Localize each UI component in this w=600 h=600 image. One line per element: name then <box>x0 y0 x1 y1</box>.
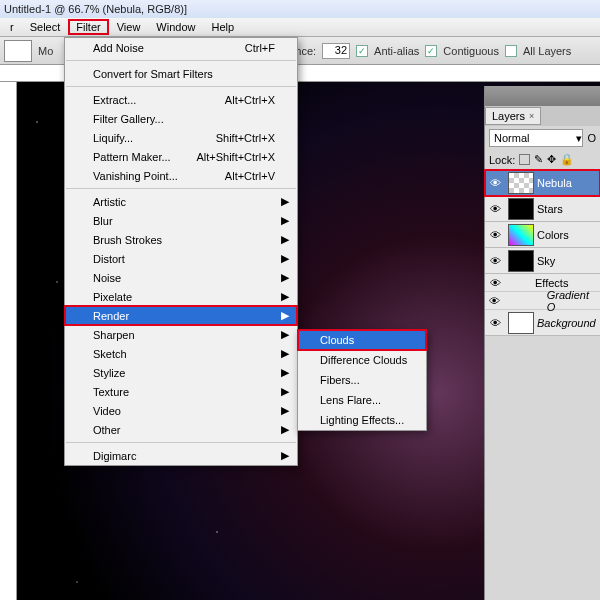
layer-row[interactable]: 👁Sky <box>485 248 600 274</box>
blend-mode-select[interactable]: Normal▾ <box>489 129 583 147</box>
contiguous-label: Contiguous <box>443 45 499 57</box>
menuitem-clouds[interactable]: Clouds <box>298 330 426 350</box>
menuitem-filtergallery[interactable]: Filter Gallery... <box>65 109 297 128</box>
submenu-arrow-icon: ▶ <box>281 290 289 303</box>
visibility-eye-icon[interactable]: 👁 <box>485 255 505 267</box>
filter-menu-dropdown: Add NoiseCtrl+FConvert for Smart Filters… <box>64 37 298 466</box>
tool-preset-swatch[interactable] <box>4 40 32 62</box>
vertical-ruler <box>0 82 17 600</box>
menuitem-distort[interactable]: Distort▶ <box>65 249 297 268</box>
menuitem-liquify[interactable]: Liquify...Shift+Ctrl+X <box>65 128 297 147</box>
visibility-eye-icon[interactable]: 👁 <box>485 177 505 189</box>
antialias-label: Anti-alias <box>374 45 419 57</box>
menu-filter[interactable]: Filter <box>68 19 108 35</box>
visibility-eye-icon[interactable]: 👁 <box>485 295 505 307</box>
submenu-arrow-icon: ▶ <box>281 233 289 246</box>
menuitem-lightingeffects[interactable]: Lighting Effects... <box>298 410 426 430</box>
menuitem-fibers[interactable]: Fibers... <box>298 370 426 390</box>
submenu-arrow-icon: ▶ <box>281 252 289 265</box>
menuitem-stylize[interactable]: Stylize▶ <box>65 363 297 382</box>
lock-all-icon[interactable]: 🔒 <box>560 153 574 166</box>
lock-transparency-icon[interactable] <box>519 154 530 165</box>
menuitem-brushstrokes[interactable]: Brush Strokes▶ <box>65 230 297 249</box>
menuitem-artistic[interactable]: Artistic▶ <box>65 192 297 211</box>
menuitem-digimarc[interactable]: Digimarc▶ <box>65 446 297 465</box>
panel-strip <box>485 86 600 106</box>
mode-label: Mo <box>38 45 53 57</box>
submenu-arrow-icon: ▶ <box>281 404 289 417</box>
submenu-arrow-icon: ▶ <box>281 385 289 398</box>
menuitem-noise[interactable]: Noise▶ <box>65 268 297 287</box>
fx-item-row[interactable]: 👁Gradient O <box>485 292 600 310</box>
layers-list: 👁Nebula👁Stars👁Colors👁Sky👁Effects👁Gradien… <box>485 170 600 336</box>
layer-row[interactable]: 👁Background <box>485 310 600 336</box>
lock-brush-icon[interactable]: ✎ <box>534 153 543 166</box>
menu-r[interactable]: r <box>2 19 22 35</box>
visibility-eye-icon[interactable]: 👁 <box>485 203 505 215</box>
menuitem-texture[interactable]: Texture▶ <box>65 382 297 401</box>
submenu-arrow-icon: ▶ <box>281 195 289 208</box>
menuitem-convertforsmartfilters[interactable]: Convert for Smart Filters <box>65 64 297 83</box>
menuitem-render[interactable]: Render▶ <box>65 306 297 325</box>
render-submenu: CloudsDifference CloudsFibers...Lens Fla… <box>297 329 427 431</box>
menu-help[interactable]: Help <box>203 19 242 35</box>
layer-row[interactable]: 👁Colors <box>485 222 600 248</box>
separator <box>66 442 296 443</box>
panel-tabs: Layers× <box>485 106 600 126</box>
submenu-arrow-icon: ▶ <box>281 271 289 284</box>
visibility-eye-icon[interactable]: 👁 <box>485 277 505 289</box>
menubar: rSelectFilterViewWindowHelp <box>0 18 600 37</box>
submenu-arrow-icon: ▶ <box>281 366 289 379</box>
menuitem-sketch[interactable]: Sketch▶ <box>65 344 297 363</box>
layer-name[interactable]: Colors <box>537 229 600 241</box>
submenu-arrow-icon: ▶ <box>281 423 289 436</box>
menuitem-blur[interactable]: Blur▶ <box>65 211 297 230</box>
alllayers-checkbox[interactable]: ✓ <box>505 45 517 57</box>
chevron-down-icon: ▾ <box>576 132 582 145</box>
menuitem-sharpen[interactable]: Sharpen▶ <box>65 325 297 344</box>
menuitem-addnoise[interactable]: Add NoiseCtrl+F <box>65 38 297 57</box>
layer-name[interactable]: Sky <box>537 255 600 267</box>
menuitem-differenceclouds[interactable]: Difference Clouds <box>298 350 426 370</box>
tolerance-label: nce: <box>295 45 316 57</box>
menuitem-other[interactable]: Other▶ <box>65 420 297 439</box>
visibility-eye-icon[interactable]: 👁 <box>485 229 505 241</box>
submenu-arrow-icon: ▶ <box>281 328 289 341</box>
layers-tab[interactable]: Layers× <box>485 107 541 125</box>
window-title: Untitled-1 @ 66.7% (Nebula, RGB/8)] <box>0 0 600 18</box>
lock-move-icon[interactable]: ✥ <box>547 153 556 166</box>
submenu-arrow-icon: ▶ <box>281 309 289 322</box>
menuitem-pixelate[interactable]: Pixelate▶ <box>65 287 297 306</box>
menuitem-video[interactable]: Video▶ <box>65 401 297 420</box>
layer-thumbnail[interactable] <box>508 224 534 246</box>
menu-view[interactable]: View <box>109 19 149 35</box>
separator <box>66 86 296 87</box>
layer-thumbnail[interactable] <box>508 172 534 194</box>
tolerance-field[interactable]: 32 <box>322 43 350 59</box>
menu-select[interactable]: Select <box>22 19 69 35</box>
layer-name[interactable]: Background <box>537 317 600 329</box>
menu-window[interactable]: Window <box>148 19 203 35</box>
submenu-arrow-icon: ▶ <box>281 347 289 360</box>
layer-row[interactable]: 👁Nebula <box>485 170 600 196</box>
layer-name[interactable]: Nebula <box>537 177 600 189</box>
visibility-eye-icon[interactable]: 👁 <box>485 317 505 329</box>
submenu-arrow-icon: ▶ <box>281 214 289 227</box>
alllayers-label: All Layers <box>523 45 571 57</box>
submenu-arrow-icon: ▶ <box>281 449 289 462</box>
layer-thumbnail[interactable] <box>508 312 534 334</box>
layer-row[interactable]: 👁Stars <box>485 196 600 222</box>
layer-name[interactable]: Stars <box>537 203 600 215</box>
menuitem-vanishingpoint[interactable]: Vanishing Point...Alt+Ctrl+V <box>65 166 297 185</box>
layer-thumbnail[interactable] <box>508 198 534 220</box>
contiguous-checkbox[interactable]: ✓ <box>425 45 437 57</box>
separator <box>66 60 296 61</box>
close-icon[interactable]: × <box>529 111 534 121</box>
antialias-checkbox[interactable]: ✓ <box>356 45 368 57</box>
layer-thumbnail[interactable] <box>508 250 534 272</box>
menuitem-patternmaker[interactable]: Pattern Maker...Alt+Shift+Ctrl+X <box>65 147 297 166</box>
menuitem-extract[interactable]: Extract...Alt+Ctrl+X <box>65 90 297 109</box>
opacity-label: O <box>587 132 596 144</box>
panels-dock: Layers× Normal▾ O Lock: ✎ ✥ 🔒 👁Nebula👁St… <box>484 86 600 600</box>
menuitem-lensflare[interactable]: Lens Flare... <box>298 390 426 410</box>
